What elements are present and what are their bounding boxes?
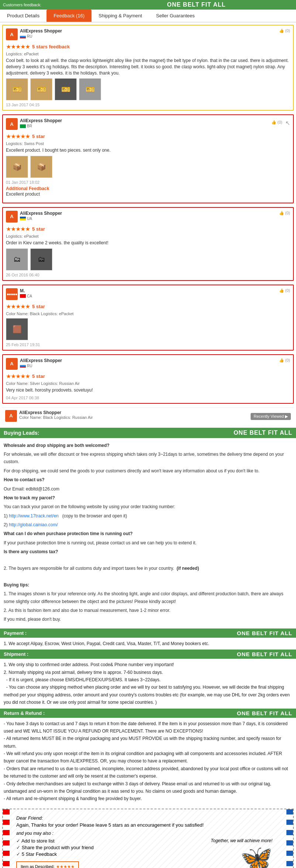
review-text: Cool belt. to look at all well. the clas… [6, 58, 290, 76]
rr-line: - All return and re-shipment shipping & … [4, 795, 292, 802]
item-stars: ★★★★★ [56, 864, 75, 868]
bl-line: Is there any customs tax? [4, 548, 292, 555]
buying-leads-brand: ONE BELT FIT ALL [234, 430, 292, 436]
review-text: Very nice belt. horoshy prodovets. sovet… [6, 387, 290, 393]
reviewer-name: AliExpress Shopper [20, 358, 62, 363]
bl-line: 2. As this is fashion item and also due … [4, 607, 292, 614]
rr-line: - We will refund you only upon receipt o… [4, 750, 292, 765]
logistics-info: Color Name: Black Logistics: Russian Air [19, 415, 93, 420]
reviewer-name: AliExpress Shopper [20, 211, 62, 216]
review-date: 04 Apr 2017 06:38 [6, 396, 290, 400]
helpful-count[interactable]: 👍 (0) [279, 211, 290, 216]
review-images: 🎫 🎫 🎫 🎫 [6, 78, 290, 100]
reviewer-name: M. [20, 288, 32, 293]
top-bar: Customers feedback: ONE BELT FIT ALL [0, 0, 296, 10]
review-image: 📦 [30, 156, 52, 178]
bl-line: Wholesale and drop shipping are both wel… [4, 442, 292, 449]
last-review-row: A AliExpress Shopper Color Name: Black L… [2, 407, 294, 426]
payment-label: Payment : [4, 630, 27, 636]
bl-line: Buying tips: [4, 581, 292, 589]
shipment-line: - You can choose any shipping method whe… [4, 683, 292, 706]
review-card: A AliExpress Shopper BR 👍 (0) ↖ ★★★★★ 5 … [2, 114, 294, 203]
shipment-line: 2. Normally shipping via post airmail, d… [4, 669, 292, 676]
tab-feedback[interactable]: Feedback (16) [47, 10, 92, 22]
logistics-info: Logistics: Swiss Post [6, 141, 290, 146]
rr-line: - Orders that are returned to us due to … [4, 765, 292, 780]
review-image: 🗂 [30, 248, 52, 271]
logistics-info: Color Name: Silver Logistics: Russian Ai… [6, 381, 290, 386]
bl-line: Our Email: edbltd@126.com [4, 485, 292, 493]
bl-line: For drop shipping, we could send the goo… [4, 467, 292, 475]
reviewer-country: BR [20, 124, 62, 128]
rr-line: - Only defective merchandises are subjec… [4, 780, 292, 795]
additional-feedback-label: Additional Feedback [6, 186, 290, 191]
review-date: 26 Oct 2016 06:40 [6, 273, 290, 277]
recently-viewed-badge[interactable]: Recently Viewed ▶ [251, 413, 291, 420]
tracking-link-1[interactable]: http://www.17track.net/en [9, 513, 59, 519]
review-date: 25 Feb 2017 19:31 [6, 342, 290, 347]
and-you-may-also: and you may also : [16, 831, 280, 836]
reviewer-country: UA [20, 217, 62, 221]
payment-brand: ONE BELT FIT ALL [237, 630, 292, 636]
buying-leads-section: Buying Leads: ONE BELT FIT ALL Wholesale… [0, 428, 296, 628]
tabs-bar: Product Details Feedback (16) Shipping &… [0, 10, 296, 23]
review-image: 🎫 [30, 78, 52, 100]
bl-line: For wholesale, we will offer discount or… [4, 451, 292, 466]
helpful-count[interactable]: 👍 (0) [271, 120, 283, 125]
flag-icon [20, 124, 26, 128]
helpful-count[interactable]: 👍 (0) [279, 288, 290, 293]
review-image: 🎫 [79, 78, 101, 100]
flag-icon [20, 294, 26, 298]
rr-line: - All returned items MUST BE in the orig… [4, 735, 292, 750]
item-described-row: Item as Described: ★★★★★ [21, 864, 75, 868]
logistics-info: Color Name: Black Logistics: ePacket [6, 311, 290, 316]
helpful-count[interactable]: 👍 (0) [279, 358, 290, 363]
item-described-label: Item as Described: [21, 864, 55, 868]
reviewer-country: RU [20, 34, 62, 38]
review-text: Excellent product. I bought two pieces. … [6, 147, 290, 154]
star-rating: ★★★★★ [6, 133, 30, 140]
review-card: A AliExpress Shopper RU 👍 (0) ★★★★★ 5 st… [2, 354, 294, 404]
payment-section: Payment : ONE BELT FIT ALL 1. We accept … [0, 628, 296, 650]
bl-line: How to contact us? [4, 476, 292, 483]
bl-line: What can I do when purchase protection t… [4, 530, 292, 537]
rr-line: - You have 3 days to contact us and 7 da… [4, 720, 292, 735]
payment-content: 1. We accept Alipay, Escrow, West Union,… [0, 638, 296, 650]
review-card: A AliExpress Shopper UA 👍 (0) ★★★★★ 5 st… [2, 207, 294, 281]
avatar: A [6, 358, 18, 370]
buying-leads-header: Buying Leads: ONE BELT FIT ALL [0, 428, 296, 438]
check-list: Add to store list Share the product with… [16, 838, 94, 857]
reviewer-country: RU [20, 364, 62, 368]
check-item: Add to store list [16, 838, 94, 844]
helpful-count[interactable]: 👍 (0) [279, 28, 290, 33]
brand-title-top: ONE BELT FIT ALL [100, 1, 293, 8]
review-card: ●●●●● M. CA 👍 (0) ★★★★★ 5 star Color Nam… [2, 285, 294, 351]
bl-line: 1. The images shown is for your referenc… [4, 590, 292, 605]
bl-line: If your purchase protection time is runn… [4, 539, 292, 547]
star-rating: ★★★★★ [6, 43, 30, 50]
review-image: 🎫 [55, 78, 77, 100]
review-text: Order in Kiev came 2 weeks. the quality … [6, 240, 290, 246]
shipment-brand: ONE BELT FIT ALL [237, 651, 292, 657]
buying-leads-label: Buying Leads: [4, 430, 39, 436]
butterfly-icon: 🦋 [105, 845, 272, 868]
review-title: 5 star [32, 304, 45, 309]
reviewer-country: CA [20, 294, 32, 298]
avatar: A [5, 410, 17, 422]
additional-feedback-text: Excellent product [6, 191, 290, 197]
thanks-text: Again, Thanks for your order! Please lea… [16, 822, 280, 828]
shipment-label: Shipment : [4, 651, 28, 657]
tab-seller-guarantees[interactable]: Seller Guarantees [149, 10, 202, 22]
tab-shipping[interactable]: Shipping & Payment [92, 10, 149, 22]
payment-header: Payment : ONE BELT FIT ALL [0, 628, 296, 638]
bl-line: 1) http://www.17track.net/en (copy to th… [4, 512, 292, 520]
tracking-link-2[interactable]: http://global.cainiao.com/ [9, 522, 58, 527]
review-title: 5 star [32, 373, 45, 379]
review-date: 13 Jan 2017 04:15 [6, 103, 290, 107]
review-date: 01 Jan 2017 18:02 [6, 180, 290, 185]
tab-product-details[interactable]: Product Details [0, 10, 47, 22]
bl-line: 2) http://global.cainiao.com/ [4, 521, 292, 528]
return-refund-brand: ONE BELT FIT ALL [237, 710, 292, 716]
check-item: 5 Star Feedback [16, 851, 94, 857]
reviews-section: A AliExpress Shopper RU 👍 (0) ★★★★★ 5 st… [0, 23, 296, 428]
